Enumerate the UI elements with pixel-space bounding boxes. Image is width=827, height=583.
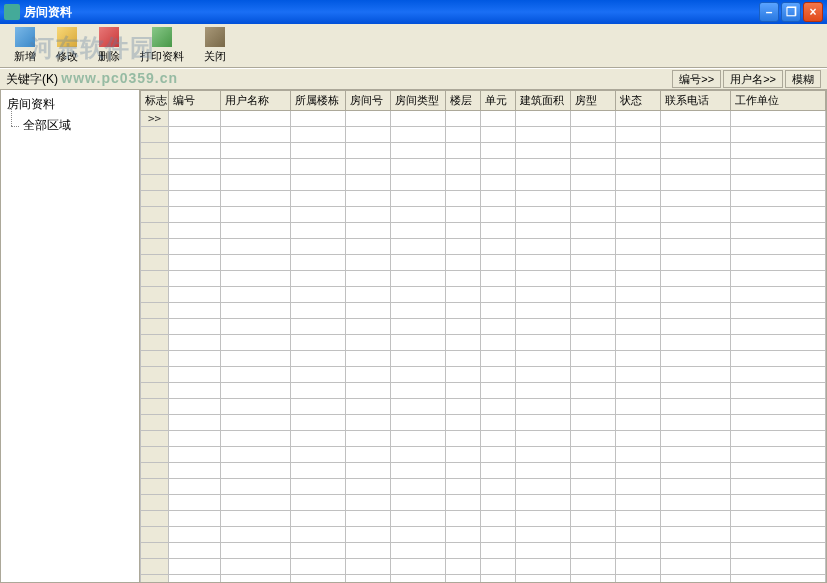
grid-cell[interactable]	[346, 111, 391, 127]
grid-cell[interactable]	[169, 447, 221, 463]
grid-cell[interactable]	[291, 159, 346, 175]
grid-cell[interactable]	[141, 303, 169, 319]
grid-cell[interactable]	[391, 463, 446, 479]
grid-cell[interactable]	[616, 111, 661, 127]
grid-cell[interactable]	[169, 127, 221, 143]
grid-cell[interactable]	[661, 415, 731, 431]
grid-cell[interactable]	[661, 271, 731, 287]
grid-cell[interactable]	[481, 543, 516, 559]
grid-cell[interactable]	[391, 431, 446, 447]
table-row[interactable]	[141, 175, 826, 191]
grid-cell[interactable]	[481, 399, 516, 415]
grid-cell[interactable]	[446, 223, 481, 239]
grid-cell[interactable]	[661, 399, 731, 415]
grid-cell[interactable]	[221, 351, 291, 367]
grid-cell[interactable]	[616, 127, 661, 143]
grid-cell[interactable]	[516, 479, 571, 495]
grid-cell[interactable]	[446, 463, 481, 479]
grid-cell[interactable]	[169, 111, 221, 127]
new-button[interactable]: 新增	[4, 25, 46, 66]
table-row[interactable]	[141, 559, 826, 575]
grid-cell[interactable]	[346, 559, 391, 575]
grid-cell[interactable]	[221, 143, 291, 159]
grid-cell[interactable]	[516, 175, 571, 191]
grid-cell[interactable]	[661, 319, 731, 335]
column-header[interactable]: 所属楼栋	[291, 91, 346, 111]
grid-cell[interactable]	[141, 255, 169, 271]
grid-cell[interactable]	[346, 575, 391, 584]
grid-cell[interactable]	[391, 255, 446, 271]
grid-cell[interactable]	[141, 239, 169, 255]
grid-cell[interactable]	[616, 191, 661, 207]
grid-cell[interactable]	[616, 527, 661, 543]
grid-cell[interactable]	[291, 415, 346, 431]
grid-cell[interactable]	[516, 207, 571, 223]
grid-cell[interactable]	[291, 447, 346, 463]
column-header[interactable]: 工作单位	[731, 91, 826, 111]
grid-cell[interactable]	[481, 463, 516, 479]
grid-cell[interactable]	[571, 479, 616, 495]
grid-cell[interactable]	[346, 159, 391, 175]
grid-cell[interactable]	[391, 559, 446, 575]
grid-cell[interactable]	[661, 495, 731, 511]
grid-cell[interactable]	[291, 223, 346, 239]
grid-cell[interactable]	[141, 271, 169, 287]
grid-cell[interactable]	[221, 559, 291, 575]
grid-cell[interactable]	[731, 111, 826, 127]
table-row[interactable]	[141, 159, 826, 175]
grid-cell[interactable]	[731, 511, 826, 527]
grid-cell[interactable]	[221, 543, 291, 559]
grid-cell[interactable]	[616, 319, 661, 335]
table-row[interactable]	[141, 367, 826, 383]
grid-cell[interactable]	[661, 191, 731, 207]
grid-cell[interactable]	[391, 303, 446, 319]
table-row[interactable]	[141, 447, 826, 463]
grid-cell[interactable]	[731, 431, 826, 447]
grid-cell[interactable]	[446, 527, 481, 543]
grid-cell[interactable]	[391, 223, 446, 239]
grid-cell[interactable]	[616, 159, 661, 175]
grid-cell[interactable]	[616, 175, 661, 191]
grid-cell[interactable]	[731, 255, 826, 271]
grid-cell[interactable]	[571, 335, 616, 351]
grid-cell[interactable]	[141, 399, 169, 415]
table-row[interactable]	[141, 463, 826, 479]
grid-cell[interactable]	[616, 287, 661, 303]
grid-cell[interactable]	[731, 383, 826, 399]
table-row[interactable]	[141, 207, 826, 223]
grid-cell[interactable]	[516, 495, 571, 511]
grid-cell[interactable]	[141, 575, 169, 584]
edit-button[interactable]: 修改	[46, 25, 88, 66]
grid-cell[interactable]	[221, 111, 291, 127]
grid-cell[interactable]	[169, 207, 221, 223]
table-row[interactable]	[141, 223, 826, 239]
table-row[interactable]	[141, 239, 826, 255]
grid-cell[interactable]	[571, 159, 616, 175]
column-header[interactable]: 单元	[481, 91, 516, 111]
grid-cell[interactable]	[141, 127, 169, 143]
grid-cell[interactable]	[169, 271, 221, 287]
column-header[interactable]: 状态	[616, 91, 661, 111]
grid-cell[interactable]	[391, 511, 446, 527]
grid-cell[interactable]	[731, 271, 826, 287]
grid-cell[interactable]	[391, 575, 446, 584]
grid-cell[interactable]	[446, 543, 481, 559]
grid-cell[interactable]	[731, 223, 826, 239]
grid-cell[interactable]	[141, 191, 169, 207]
grid-cell[interactable]	[516, 543, 571, 559]
grid-cell[interactable]	[446, 335, 481, 351]
grid-cell[interactable]	[291, 575, 346, 584]
grid-cell[interactable]	[731, 351, 826, 367]
grid-cell[interactable]	[571, 271, 616, 287]
minimize-button[interactable]: –	[759, 2, 779, 22]
grid-cell[interactable]	[516, 351, 571, 367]
grid-cell[interactable]	[571, 511, 616, 527]
grid-cell[interactable]	[481, 447, 516, 463]
grid-cell[interactable]	[571, 319, 616, 335]
grid-cell[interactable]	[481, 239, 516, 255]
grid-cell[interactable]	[446, 319, 481, 335]
grid-cell[interactable]	[516, 127, 571, 143]
column-header[interactable]: 房型	[571, 91, 616, 111]
grid-cell[interactable]	[221, 527, 291, 543]
grid-cell[interactable]	[169, 255, 221, 271]
